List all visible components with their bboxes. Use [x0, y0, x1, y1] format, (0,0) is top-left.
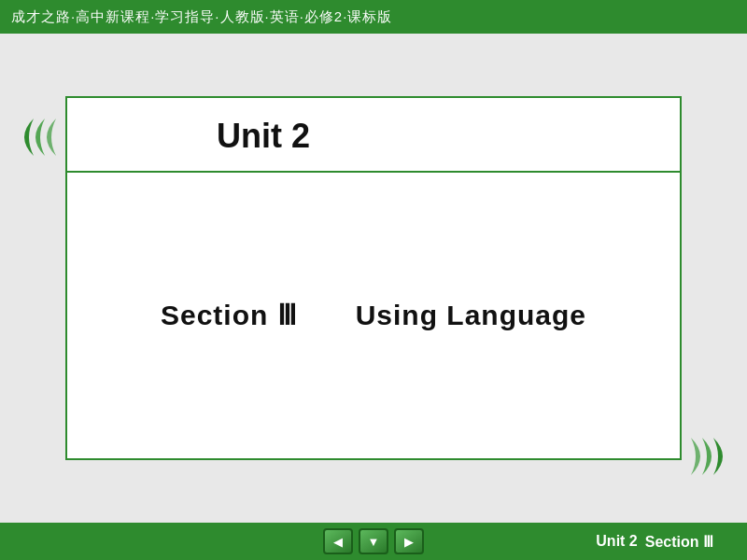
home-button[interactable]: ▼ [359, 528, 388, 554]
section-content: Section Ⅲ Using Language [67, 173, 680, 458]
left-chevrons-icon [9, 109, 65, 165]
bottom-unit-text: Unit 2 [596, 533, 637, 550]
header-title: 成才之路·高中新课程·学习指导·人教版·英语·必修2·课标版 [11, 8, 392, 26]
bottom-bar: ◀ ▼ ▶ Unit 2 Section Ⅲ [0, 523, 747, 560]
prev-button[interactable]: ◀ [323, 528, 353, 554]
right-chevrons-icon [682, 428, 738, 484]
prev-icon: ◀ [333, 535, 343, 549]
main-content: Unit 2 Section Ⅲ Using Language [0, 34, 747, 523]
header-bar: 成才之路·高中新课程·学习指导·人教版·英语·必修2·课标版 [0, 0, 747, 34]
right-decoration [682, 428, 738, 484]
page-wrapper: 成才之路·高中新课程·学习指导·人教版·英语·必修2·课标版 Unit 2 Se… [0, 0, 747, 560]
content-box: Unit 2 Section Ⅲ Using Language [65, 96, 682, 460]
unit-label: Unit 2 [217, 117, 310, 156]
left-decoration [9, 109, 65, 165]
home-icon: ▼ [368, 535, 380, 549]
bottom-section-text: Section Ⅲ [645, 533, 713, 551]
unit-header: Unit 2 [67, 98, 680, 173]
next-button[interactable]: ▶ [394, 528, 424, 554]
bottom-right-text: Unit 2 Section Ⅲ [596, 533, 728, 551]
section-title: Section Ⅲ Using Language [161, 297, 586, 335]
next-icon: ▶ [404, 535, 414, 549]
nav-buttons: ◀ ▼ ▶ [323, 528, 424, 554]
